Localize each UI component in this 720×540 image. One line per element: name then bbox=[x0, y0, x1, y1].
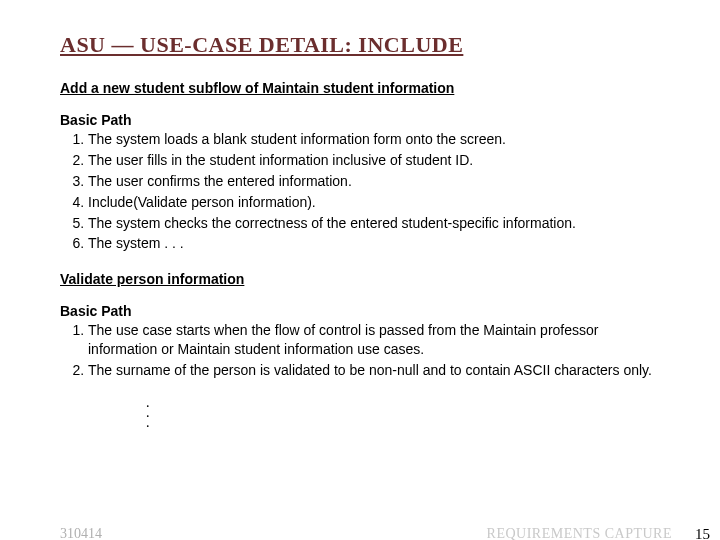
list-item: The system loads a blank student informa… bbox=[88, 130, 660, 149]
continuation-dots: . . . bbox=[60, 398, 660, 427]
section1-path-label: Basic Path bbox=[60, 112, 660, 128]
section2-steps: The use case starts when the flow of con… bbox=[60, 321, 660, 380]
list-item: The system . . . bbox=[88, 234, 660, 253]
footer-left: 310414 bbox=[60, 526, 102, 540]
list-item: The use case starts when the flow of con… bbox=[88, 321, 660, 359]
slide-content: ASU — USE-CASE DETAIL: INCLUDE Add a new… bbox=[0, 0, 720, 427]
section2-path-label: Basic Path bbox=[60, 303, 660, 319]
list-item: The system checks the correctness of the… bbox=[88, 214, 660, 233]
list-item: Include(Validate person information). bbox=[88, 193, 660, 212]
list-item: The surname of the person is validated t… bbox=[88, 361, 660, 380]
section2-heading: Validate person information bbox=[60, 271, 660, 287]
slide-title: ASU — USE-CASE DETAIL: INCLUDE bbox=[60, 32, 660, 58]
list-item: The user fills in the student informatio… bbox=[88, 151, 660, 170]
page-number: 15 bbox=[695, 526, 710, 540]
list-item: The user confirms the entered informatio… bbox=[88, 172, 660, 191]
section1-heading: Add a new student subflow of Maintain st… bbox=[60, 80, 660, 96]
footer-center: REQUIREMENTS CAPTURE bbox=[487, 526, 672, 540]
section1-steps: The system loads a blank student informa… bbox=[60, 130, 660, 253]
